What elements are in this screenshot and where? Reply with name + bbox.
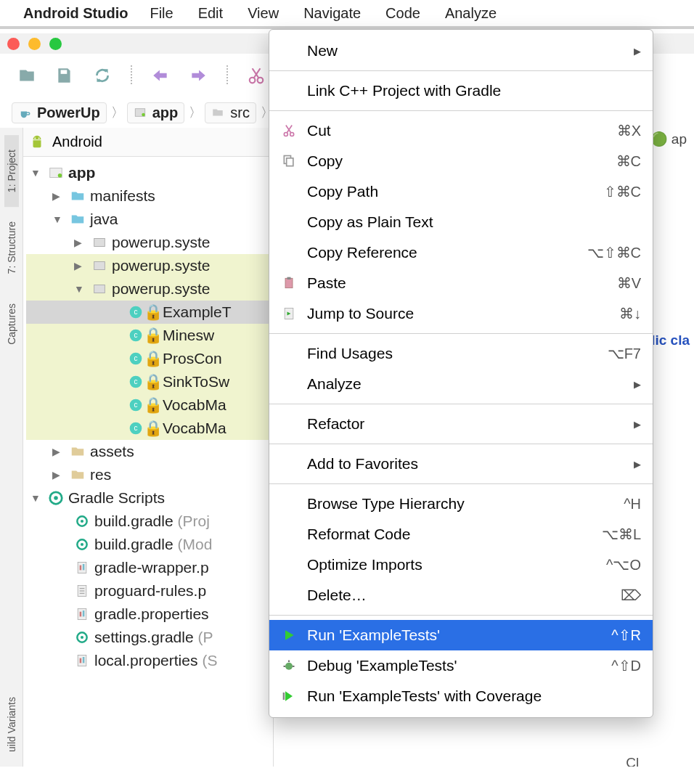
svg-text:c: c	[134, 377, 138, 385]
menu-reformat[interactable]: Reformat Code⌥⌘L	[269, 519, 653, 550]
tree-file-sink[interactable]: c🔒SinkToSw	[26, 370, 270, 393]
menu-file[interactable]: File	[150, 5, 173, 22]
svg-rect-50	[287, 158, 293, 166]
menu-copy-path[interactable]: Copy Path⇧⌘C	[269, 176, 653, 207]
tree-file-vocab2[interactable]: c🔒VocabMa	[26, 417, 270, 440]
svg-rect-45	[80, 658, 82, 663]
svg-point-7	[34, 137, 36, 139]
sync-icon[interactable]	[93, 66, 112, 85]
svg-point-54	[285, 663, 293, 670]
tree-gradle-scripts[interactable]: ▼Gradle Scripts	[26, 486, 270, 510]
clipboard-icon	[282, 276, 296, 290]
jump-icon	[282, 306, 296, 321]
menu-copy-ref[interactable]: Copy Reference⌥⇧⌘C	[269, 237, 653, 268]
tree-file-minesw[interactable]: c🔒Minesw	[26, 324, 270, 347]
svg-text:c: c	[134, 401, 138, 409]
svg-rect-52	[287, 277, 291, 279]
undo-icon[interactable]	[151, 66, 170, 85]
crumb-app[interactable]: app	[127, 102, 185, 123]
tab-build-variants[interactable]: uild Variants	[4, 682, 19, 767]
scissors-icon	[282, 123, 296, 138]
menu-add-favorites[interactable]: Add to Favorites	[269, 449, 653, 479]
svg-rect-44	[78, 656, 86, 666]
menu-code[interactable]: Code	[385, 5, 420, 22]
cut-icon[interactable]	[247, 66, 266, 85]
tree-assets[interactable]: ▶assets	[26, 440, 270, 463]
tree-settings-gradle[interactable]: settings.gradle (P	[26, 626, 270, 649]
tab-structure[interactable]: 7: Structure	[4, 207, 19, 288]
save-all-icon[interactable]	[55, 66, 74, 85]
tree-java[interactable]: ▼java	[26, 208, 270, 231]
svg-rect-11	[94, 239, 105, 247]
menu-optimize-imports[interactable]: Optimize Imports^⌥O	[269, 550, 653, 580]
redo-icon[interactable]	[189, 66, 208, 85]
menu-run-coverage[interactable]: Run 'ExampleTests' with Coverage	[269, 681, 653, 711]
tree-file-example[interactable]: c🔒ExampleT	[26, 301, 270, 324]
coverage-icon	[282, 689, 296, 703]
svg-rect-58	[283, 693, 285, 700]
tree-file-proscon[interactable]: c🔒ProsCon	[26, 347, 270, 370]
svg-point-48	[290, 133, 294, 136]
menu-edit[interactable]: Edit	[198, 5, 223, 22]
context-menu: New Link C++ Project with Gradle Cut⌘X C…	[269, 29, 653, 718]
menu-view[interactable]: View	[248, 5, 279, 22]
menu-paste[interactable]: Paste⌘V	[269, 268, 653, 298]
svg-point-47	[284, 133, 287, 136]
menu-debug-tests[interactable]: Debug 'ExampleTests'^⇧D	[269, 650, 653, 681]
menu-analyze[interactable]: Analyze	[269, 369, 653, 399]
tree-gradle-props[interactable]: gradle.properties	[26, 603, 270, 626]
tree-local-props[interactable]: local.properties (S	[26, 649, 270, 672]
menu-find-usages[interactable]: Find Usages⌥F7	[269, 338, 653, 369]
app-name[interactable]: Android Studio	[23, 5, 128, 22]
tree-build-gradle-mod[interactable]: build.gradle (Mod	[26, 533, 270, 556]
tree-proguard[interactable]: proguard-rules.p	[26, 579, 270, 603]
menu-run-tests[interactable]: Run 'ExampleTests'^⇧R	[269, 620, 653, 650]
svg-rect-41	[83, 611, 85, 616]
minimize-window-button[interactable]	[28, 38, 41, 50]
menu-copy[interactable]: Copy⌘C	[269, 146, 653, 176]
svg-text:c: c	[134, 354, 138, 362]
svg-point-2	[258, 78, 264, 83]
tree-pkg2[interactable]: ▼powerup.syste	[26, 277, 270, 301]
tree-manifests[interactable]: ▶manifests	[26, 184, 270, 208]
open-icon[interactable]	[17, 66, 36, 85]
copy-icon	[282, 154, 296, 168]
svg-point-8	[38, 137, 40, 139]
menu-refactor[interactable]: Refactor	[269, 409, 653, 439]
tree-pkg0[interactable]: ▶powerup.syste	[26, 231, 270, 254]
svg-rect-13	[94, 285, 105, 293]
menu-analyze[interactable]: Analyze	[445, 5, 497, 22]
project-view-selector[interactable]: Android	[23, 128, 273, 157]
debug-icon	[282, 658, 296, 673]
run-icon	[282, 628, 296, 642]
tree-gradle-wrapper[interactable]: gradle-wrapper.p	[26, 556, 270, 579]
menu-navigate[interactable]: Navigate	[303, 5, 361, 22]
menu-delete[interactable]: Delete…⌦	[269, 580, 653, 611]
svg-rect-0	[61, 70, 68, 73]
svg-point-1	[250, 78, 256, 83]
macos-menubar: Android Studio File Edit View Navigate C…	[0, 0, 694, 26]
tree-res[interactable]: ▶res	[26, 463, 270, 486]
zoom-window-button[interactable]	[49, 38, 62, 50]
tab-captures[interactable]: Captures	[4, 289, 19, 359]
android-icon	[29, 134, 45, 150]
svg-point-31	[81, 543, 83, 546]
tree-build-gradle-proj[interactable]: build.gradle (Proj	[26, 510, 270, 533]
tree-app[interactable]: ▼app	[26, 161, 270, 184]
crumb-project[interactable]: PowerUp	[12, 102, 107, 123]
tree-pkg1[interactable]: ▶powerup.syste	[26, 254, 270, 277]
tree-file-vocab1[interactable]: c🔒VocabMa	[26, 393, 270, 417]
menu-cut[interactable]: Cut⌘X	[269, 115, 653, 146]
project-panel: Android ▼app ▶manifests ▼java ▶powerup.s…	[23, 128, 274, 767]
svg-point-43	[81, 636, 83, 639]
menu-browse-hierarchy[interactable]: Browse Type Hierarchy^H	[269, 489, 653, 519]
svg-rect-12	[94, 262, 105, 270]
menu-new[interactable]: New	[269, 36, 653, 66]
svg-rect-33	[80, 565, 82, 571]
menu-copy-plain[interactable]: Copy as Plain Text	[269, 207, 653, 237]
menu-jump-source[interactable]: Jump to Source⌘↓	[269, 298, 653, 329]
close-window-button[interactable]	[7, 38, 20, 50]
tab-project[interactable]: 1: Project	[4, 135, 19, 207]
crumb-src[interactable]: src	[205, 102, 256, 123]
menu-link-cpp[interactable]: Link C++ Project with Gradle	[269, 75, 653, 106]
